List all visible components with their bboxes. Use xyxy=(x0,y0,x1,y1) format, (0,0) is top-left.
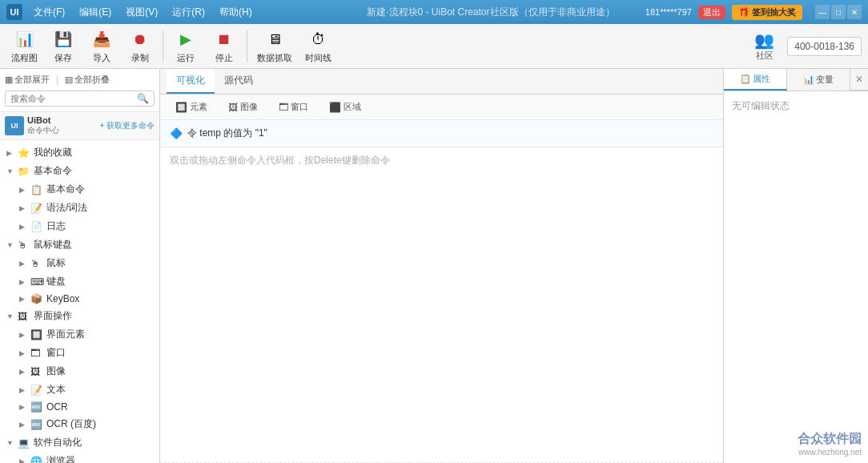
tree-item-favorites[interactable]: ▶ ⭐ 我的收藏 xyxy=(0,143,159,162)
expand-all-button[interactable]: ▦ 全部展开 xyxy=(5,74,50,86)
tree-item-mouse-keyboard[interactable]: ▼ 🖱 鼠标键盘 xyxy=(0,236,159,254)
close-button[interactable]: ✕ xyxy=(847,5,862,19)
ocr-baidu-label: OCR (百度) xyxy=(46,417,96,431)
variables-icon: 📊 xyxy=(803,74,814,85)
text-label: 文本 xyxy=(46,383,66,397)
arrow-icon: ▶ xyxy=(19,186,27,194)
browser-label: 浏览器 xyxy=(46,454,75,463)
prize-button[interactable]: 🎁 签到抽大奖 xyxy=(732,5,802,20)
right-panel: 📋 属性 📊 变量 ✕ 无可编辑状态 xyxy=(724,69,868,463)
toolbar-save[interactable]: 💾 保存 xyxy=(46,25,81,67)
arrow-icon: ▼ xyxy=(6,167,14,175)
watermark-url: www.hezhong.net xyxy=(798,448,862,457)
tree-item-image[interactable]: ▶ 🖼 图像 xyxy=(0,362,159,380)
timeline-label: 时间线 xyxy=(305,52,332,64)
tab-code[interactable]: 源代码 xyxy=(215,69,263,94)
toolbar-import[interactable]: 📥 导入 xyxy=(84,25,119,67)
arrow-icon: ▶ xyxy=(19,260,27,268)
toolbar-record[interactable]: ⏺ 录制 xyxy=(123,25,158,67)
menu-run[interactable]: 运行(R) xyxy=(166,4,211,21)
menu-help[interactable]: 帮助(H) xyxy=(213,4,259,21)
ui-ops-label: 界面操作 xyxy=(34,309,72,323)
community-button[interactable]: 👥 社区 xyxy=(748,27,781,65)
minimize-button[interactable]: — xyxy=(815,5,830,19)
collapse-all-button[interactable]: ▤ 全部折叠 xyxy=(65,74,110,86)
tree-item-text[interactable]: ▶ 📝 文本 xyxy=(0,380,159,399)
command-line: 🔷 令 temp 的值为 "1" xyxy=(160,120,723,147)
subtab-region[interactable]: ⬛ 区域 xyxy=(320,98,370,116)
menu-edit[interactable]: 编辑(E) xyxy=(73,4,118,21)
cmd-icon: 📋 xyxy=(30,184,43,195)
uibot-info: UiBot 命令中心 xyxy=(27,115,59,136)
arrow-icon: ▼ xyxy=(6,312,14,320)
arrow-icon: ▶ xyxy=(19,403,27,411)
tree-item-browser[interactable]: ▶ 🌐 浏览器 xyxy=(0,452,159,463)
tab-visual[interactable]: 可视化 xyxy=(167,69,215,94)
keybox-label: KeyBox xyxy=(46,293,79,304)
toolbar-data-capture[interactable]: 🖥 数据抓取 xyxy=(252,25,297,67)
window-sub-icon: 🗔 xyxy=(279,102,288,113)
menu-bar: 文件(F) 编辑(E) 视图(V) 运行(R) 帮助(H) xyxy=(27,4,336,21)
log-icon: 📄 xyxy=(30,221,43,232)
toolbar-stop[interactable]: ⏹ 停止 xyxy=(207,25,242,67)
expand-all-icon: ▦ xyxy=(5,74,13,85)
toolbar-right: 👥 社区 400-0018-136 xyxy=(748,27,862,65)
tree-item-keybox[interactable]: ▶ 📦 KeyBox xyxy=(0,291,159,307)
code-area[interactable]: 双击或拖动左侧命令入代码框，按Delete键删除命令 xyxy=(160,147,723,463)
tree-item-window[interactable]: ▶ 🗔 窗口 xyxy=(0,344,159,362)
arrow-icon: ▶ xyxy=(19,421,27,429)
expand-controls: ▦ 全部展开 | ▤ 全部折叠 xyxy=(5,74,155,86)
toolbar-separator-1 xyxy=(163,30,163,62)
more-commands-button[interactable]: + 获取更多命令 xyxy=(99,120,155,131)
tree-item-ui-ops[interactable]: ▼ 🖼 界面操作 xyxy=(0,307,159,325)
tree-item-ocr[interactable]: ▶ 🔤 OCR xyxy=(0,399,159,415)
menu-file[interactable]: 文件(F) xyxy=(27,4,71,21)
no-edit-status: 无可编辑状态 xyxy=(732,100,790,111)
stop-icon: ⏹ xyxy=(211,28,237,50)
tree-item-basic[interactable]: ▼ 📁 基本命令 xyxy=(0,162,159,180)
subtab-window[interactable]: 🗔 窗口 xyxy=(270,98,317,116)
tree-item-keyboard[interactable]: ▶ ⌨ 键盘 xyxy=(0,272,159,291)
center-panel: 可视化 源代码 🔲 元素 🖼 图像 🗔 窗口 ⬛ 区域 🔷 令 temp 的 xyxy=(160,69,724,463)
tree-item-ui-elements[interactable]: ▶ 🔲 界面元素 xyxy=(0,325,159,344)
subtab-elements[interactable]: 🔲 元素 xyxy=(167,98,216,116)
command-text: 令 temp 的值为 "1" xyxy=(187,127,267,140)
arrow-icon: ▶ xyxy=(19,295,27,303)
toolbar-timeline[interactable]: ⏱ 时间线 xyxy=(300,25,336,67)
software-icon: 💻 xyxy=(18,437,30,449)
tab-variables[interactable]: 📊 变量 xyxy=(787,69,850,91)
keyboard-label: 键盘 xyxy=(46,275,66,288)
right-content: 无可编辑状态 xyxy=(724,91,868,121)
tree-item-syntax[interactable]: ▶ 📝 语法/词法 xyxy=(0,199,159,217)
exit-button[interactable]: 退出 xyxy=(698,6,725,19)
tree-item-ocr-baidu[interactable]: ▶ 🔤 OCR (百度) xyxy=(0,415,159,433)
code-hint: 双击或拖动左侧命令入代码框，按Delete键删除命令 xyxy=(170,154,390,167)
sidebar-top: ▦ 全部展开 | ▤ 全部折叠 🔍 xyxy=(0,69,159,112)
search-input[interactable] xyxy=(10,94,137,103)
record-label: 录制 xyxy=(131,52,149,64)
right-close-button[interactable]: ✕ xyxy=(850,69,868,91)
toolbar-separator-2 xyxy=(247,30,247,62)
text-icon: 📝 xyxy=(30,384,43,396)
tab-properties[interactable]: 📋 属性 xyxy=(724,69,787,91)
tree-item-basic-commands[interactable]: ▶ 📋 基本命令 xyxy=(0,180,159,199)
collapse-all-label: 全部折叠 xyxy=(74,74,110,86)
maximize-button[interactable]: □ xyxy=(831,5,846,19)
sidebar: ▦ 全部展开 | ▤ 全部折叠 🔍 UI UiBot 命令中心 + 获取更多命令 xyxy=(0,69,160,463)
keybox-icon: 📦 xyxy=(30,293,43,304)
subtab-image[interactable]: 🖼 图像 xyxy=(219,98,267,116)
arrow-icon: ▼ xyxy=(6,439,14,447)
tree-item-software-auto[interactable]: ▼ 💻 软件自动化 xyxy=(0,433,159,452)
tree-item-mouse[interactable]: ▶ 🖱 鼠标 xyxy=(0,254,159,272)
run-icon: ▶ xyxy=(173,28,199,50)
arrow-icon: ▶ xyxy=(19,457,27,464)
menu-view[interactable]: 视图(V) xyxy=(119,4,164,21)
stop-label: 停止 xyxy=(215,52,233,64)
uibot-bar: UI UiBot 命令中心 + 获取更多命令 xyxy=(0,112,159,140)
search-icon: 🔍 xyxy=(137,93,149,104)
window-icon: 🗔 xyxy=(30,348,43,359)
data-capture-label: 数据抓取 xyxy=(257,52,292,64)
tree-item-log[interactable]: ▶ 📄 日志 xyxy=(0,217,159,236)
toolbar-flowchart[interactable]: 📊 流程图 xyxy=(6,25,42,67)
toolbar-run[interactable]: ▶ 运行 xyxy=(168,25,203,67)
